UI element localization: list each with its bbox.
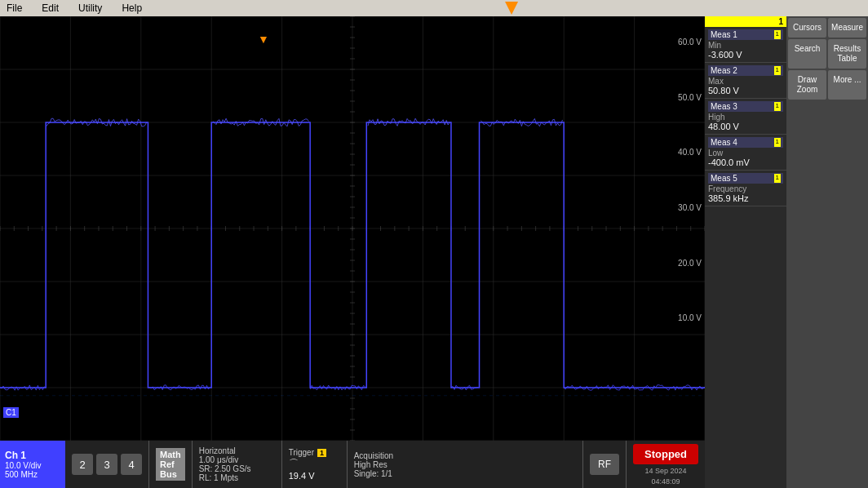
top-button-row: Cursors Measure (788, 18, 866, 38)
meas-id-4: Meas 4 (711, 138, 737, 147)
btn-3[interactable]: 3 (96, 454, 117, 475)
channel-info: Ch 1 10.0 V/div 500 MHz (0, 441, 65, 488)
math-ref-bus-label: MathRefBus (156, 448, 185, 481)
meas-id-5: Meas 5 (711, 174, 737, 183)
meas-title-4: Meas 4 1 (708, 137, 783, 148)
trigger-section: Trigger 1 ⌒ 19.4 V (281, 441, 347, 488)
meas-title-2: Meas 2 1 (708, 65, 783, 76)
measure-button[interactable]: Measure (828, 18, 866, 38)
channel-buttons: 2 3 4 (65, 441, 148, 488)
stopped-section: Stopped 14 Sep 2024 04:48:09 (626, 441, 705, 488)
draw-zoom-button[interactable]: DrawZoom (788, 70, 826, 100)
meas-name-5: Frequency (708, 184, 783, 193)
meas-badge-2: 1 (774, 66, 781, 75)
horizontal-time: 1.00 μs/div (199, 455, 275, 464)
meas-title-5: Meas 5 1 (708, 173, 783, 184)
acquisition-single: Single: 1/1 (354, 469, 405, 478)
horizontal-section: Horizontal 1.00 μs/div SR: 2.50 GS/s RL:… (192, 441, 281, 488)
meas-value-1: -3.600 V (708, 50, 783, 60)
horizontal-title: Horizontal (199, 446, 275, 455)
scope-display: ▼ C1 Ch 1 10.0 V/div 500 MHz 2 3 4 MathR… (0, 16, 705, 488)
rf-button[interactable]: RF (590, 454, 619, 475)
meas-item-3: Meas 3 1 High 48.00 V (705, 99, 786, 135)
meas-name-4: Low (708, 149, 783, 157)
meas-id-3: Meas 3 (711, 102, 737, 111)
stopped-date: 14 Sep 2024 (644, 467, 686, 475)
waveform-canvas (0, 16, 705, 441)
meas-item-1: Meas 1 1 Min -3.600 V (705, 27, 786, 63)
grid-container: ▼ C1 (0, 16, 705, 441)
meas-item-2: Meas 2 1 Max 50.80 V (705, 63, 786, 99)
trigger-level: 19.4 V (289, 471, 340, 481)
channel-name: Ch 1 (5, 450, 60, 461)
status-bar: Ch 1 10.0 V/div 500 MHz 2 3 4 MathRefBus… (0, 441, 705, 488)
meas-item-4: Meas 4 1 Low -400.0 mV (705, 135, 786, 171)
meas-value-2: 50.80 V (708, 86, 783, 95)
draw-more-row: DrawZoom More ... (788, 70, 866, 100)
measurements-panel: 1 Meas 1 1 Min -3.600 V Meas 2 1 Max 50.… (705, 16, 786, 488)
trigger-arrow: ▼ (258, 33, 269, 46)
search-button[interactable]: Search (788, 39, 826, 69)
horizontal-sr: SR: 2.50 GS/s (199, 464, 275, 473)
menu-edit[interactable]: Edit (38, 2, 62, 14)
ch1-label: C1 (3, 407, 19, 418)
right-panel: Cursors Measure Search ResultsTable Draw… (786, 16, 868, 488)
meas-badge-4: 1 (774, 138, 781, 147)
meas-badge-1: 1 (774, 30, 781, 39)
meas-name-3: High (708, 113, 783, 122)
meas-name-2: Max (708, 77, 783, 86)
stopped-button[interactable]: Stopped (633, 444, 698, 464)
cursors-button[interactable]: Cursors (788, 18, 826, 38)
main-area: ▼ C1 Ch 1 10.0 V/div 500 MHz 2 3 4 MathR… (0, 16, 868, 488)
meas-badge-3: 1 (774, 102, 781, 111)
menu-help[interactable]: Help (118, 2, 145, 14)
bandwidth-value: 500 MHz (5, 470, 60, 479)
acquisition-section: Acquisition High Res Single: 1/1 (347, 441, 412, 488)
meas-value-3: 48.00 V (708, 122, 783, 131)
btn-2[interactable]: 2 (72, 454, 93, 475)
meas-name-1: Min (708, 41, 783, 50)
meas-header-badge: 1 (705, 16, 786, 27)
meas-title-3: Meas 3 1 (708, 101, 783, 112)
menu-utility[interactable]: Utility (75, 2, 105, 14)
acquisition-title: Acquisition (354, 451, 405, 460)
more-button[interactable]: More ... (828, 70, 866, 100)
vdiv-value: 10.0 V/div (5, 461, 60, 470)
trigger-header: Trigger 1 (289, 448, 340, 457)
trigger-badge: 1 (317, 449, 326, 457)
rf-section: RF (582, 441, 626, 488)
meas-value-4: -400.0 mV (708, 157, 783, 167)
meas-badge-5: 1 (774, 174, 781, 183)
meas-id-1: Meas 1 (711, 30, 737, 39)
menubar: File Edit Utility Help (0, 0, 868, 16)
horizontal-rl: RL: 1 Mpts (199, 473, 275, 482)
trigger-slope: ⌒ (289, 457, 340, 471)
meas-title-1: Meas 1 1 (708, 29, 783, 40)
acquisition-mode: High Res (354, 460, 405, 469)
meas-value-5: 385.9 kHz (708, 193, 783, 203)
trigger-icon (505, 2, 518, 15)
meas-item-5: Meas 5 1 Frequency 385.9 kHz (705, 171, 786, 206)
search-results-row: Search ResultsTable (788, 39, 866, 69)
trigger-title: Trigger (289, 448, 314, 457)
meas-id-2: Meas 2 (711, 66, 737, 75)
stopped-time: 04:48:09 (651, 477, 680, 486)
btn-4[interactable]: 4 (121, 454, 142, 475)
results-table-button[interactable]: ResultsTable (828, 39, 866, 69)
math-ref-bus-block[interactable]: MathRefBus (148, 441, 192, 488)
menu-file[interactable]: File (3, 2, 25, 14)
